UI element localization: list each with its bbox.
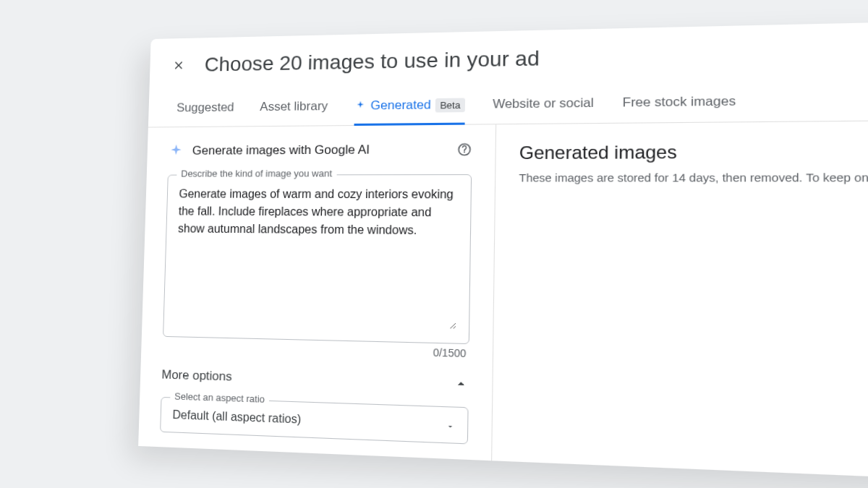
results-panel: Generated images These images are stored…	[492, 120, 868, 483]
describe-field: Describe the kind of image you want	[163, 174, 472, 344]
aspect-ratio-select[interactable]: Select an aspect ratio Default (all aspe…	[160, 397, 469, 445]
close-button[interactable]	[171, 57, 187, 73]
tab-generated[interactable]: Generated Beta	[354, 97, 465, 126]
sparkle-icon	[168, 143, 184, 159]
image-chooser-dialog: Choose 20 images to use in your ad Sugge…	[138, 20, 868, 483]
dialog-header: Choose 20 images to use in your ad	[150, 20, 868, 87]
panel-title-row: Generate images with Google AI	[168, 141, 472, 158]
caret-down-icon	[446, 420, 455, 429]
more-options-toggle[interactable]: More options	[161, 367, 469, 392]
tab-suggested[interactable]: Suggested	[176, 100, 234, 128]
dialog-title: Choose 20 images to use in your ad	[204, 47, 540, 77]
dialog-content: Generate images with Google AI Describe …	[138, 120, 868, 483]
beta-badge: Beta	[435, 98, 465, 112]
describe-input[interactable]	[175, 186, 459, 330]
help-button[interactable]	[456, 142, 472, 157]
tab-website-social[interactable]: Website or social	[493, 95, 594, 124]
panel-title: Generate images with Google AI	[192, 142, 370, 158]
generate-panel: Generate images with Google AI Describe …	[138, 124, 496, 461]
more-options-label: More options	[161, 367, 232, 384]
close-icon	[172, 59, 185, 72]
help-icon	[456, 142, 472, 157]
tab-asset-library[interactable]: Asset library	[260, 99, 328, 127]
chevron-up-icon	[453, 376, 469, 392]
tab-generated-label: Generated	[370, 98, 431, 113]
aspect-ratio-value: Default (all aspect ratios)	[172, 408, 301, 427]
results-info: These images are stored for 14 days, the…	[519, 171, 868, 184]
aspect-ratio-label: Select an aspect ratio	[170, 390, 269, 405]
results-title: Generated images	[519, 140, 868, 163]
describe-field-label: Describe the kind of image you want	[176, 168, 336, 179]
sparkle-icon	[354, 100, 367, 111]
tab-free-stock[interactable]: Free stock images	[623, 94, 736, 124]
